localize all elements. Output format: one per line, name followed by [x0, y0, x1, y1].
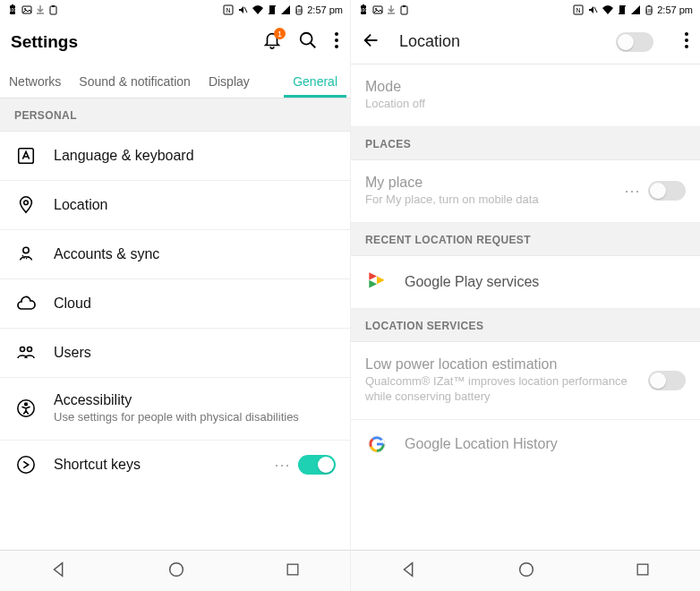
arrow-back-icon [362, 30, 381, 50]
image-icon [372, 4, 383, 15]
row-language[interactable]: Language & keyboard [0, 132, 350, 181]
navigation-bar [0, 550, 350, 591]
recents-button[interactable] [634, 561, 652, 582]
svg-point-22 [21, 347, 25, 352]
settings-list[interactable]: PERSONAL Language & keyboard Location Ac… [0, 98, 350, 550]
row-sub: Use settings for people with physical di… [54, 410, 336, 425]
status-right-icons: N 100 2:57 pm [223, 4, 343, 15]
my-place-toggle[interactable] [648, 181, 686, 201]
sim-icon [268, 4, 277, 15]
notifications-button[interactable]: 1 [262, 30, 282, 54]
svg-text:100: 100 [9, 7, 17, 13]
dots-icon [684, 30, 689, 50]
battery-icon: 100 [358, 4, 369, 15]
appbar: Settings 1 [0, 20, 350, 64]
svg-line-9 [244, 7, 247, 13]
home-button[interactable] [166, 560, 186, 583]
row-location-history[interactable]: Google Location History [351, 420, 700, 468]
svg-text:100: 100 [295, 9, 303, 13]
row-users[interactable]: Users [0, 329, 350, 378]
wifi-icon [252, 4, 264, 15]
back-icon [49, 560, 69, 579]
back-button[interactable] [399, 560, 419, 583]
svg-rect-6 [52, 5, 55, 7]
signal-icon [280, 4, 291, 15]
tab-general[interactable]: General [284, 64, 346, 98]
row-play-services[interactable]: Google Play services [351, 256, 700, 309]
location-list[interactable]: Mode Location off PLACES My place For My… [351, 64, 700, 550]
tab-display[interactable]: Display [200, 64, 259, 98]
mute-icon [237, 4, 248, 15]
more-icon[interactable]: ⋯ [624, 181, 641, 201]
section-services: LOCATION SERVICES [351, 309, 700, 342]
navigation-bar [351, 550, 700, 591]
svg-text:N: N [226, 7, 231, 13]
search-icon [298, 30, 318, 50]
tab-networks[interactable]: Networks [0, 64, 70, 98]
more-icon[interactable]: ⋯ [274, 455, 291, 475]
row-label: Google Play services [405, 274, 686, 290]
language-icon [16, 146, 36, 166]
back-button[interactable] [49, 560, 69, 583]
status-left-icons: 100 [358, 4, 409, 15]
row-label: My place [365, 175, 608, 191]
home-button[interactable] [516, 560, 536, 583]
recents-icon [634, 561, 652, 578]
tabs: Networks Sound & notification Display Ge… [0, 64, 350, 98]
overflow-button[interactable] [684, 30, 689, 54]
google-icon [367, 434, 387, 454]
svg-point-18 [335, 45, 338, 48]
status-bar: 100 N 100 2:57 pm [0, 0, 350, 20]
row-shortcut-keys[interactable]: Shortcut keys ⋯ [0, 441, 350, 489]
search-button[interactable] [298, 30, 318, 54]
google-play-icon [365, 270, 388, 294]
row-low-power[interactable]: Low power location estimation Qualcomm® … [351, 342, 700, 420]
clipboard-icon [399, 4, 409, 15]
phone-location: 100 N 100 2:57 pm Location Mode L [350, 0, 700, 591]
row-label: Accounts & sync [54, 246, 336, 262]
svg-rect-35 [403, 5, 405, 7]
svg-rect-28 [287, 564, 298, 575]
home-icon [166, 560, 186, 579]
recents-button[interactable] [284, 561, 302, 582]
download-icon [36, 4, 45, 15]
clipboard-icon [48, 4, 58, 15]
recents-icon [284, 561, 302, 578]
row-label: Cloud [54, 296, 336, 312]
page-title: Settings [11, 32, 262, 52]
location-master-toggle[interactable] [616, 32, 653, 52]
tab-sound[interactable]: Sound & notification [70, 64, 200, 98]
svg-rect-5 [50, 6, 56, 14]
cloud-icon [15, 294, 37, 313]
svg-point-25 [25, 403, 28, 406]
low-power-toggle[interactable] [648, 371, 686, 390]
svg-text:100: 100 [360, 7, 368, 13]
svg-rect-49 [637, 564, 648, 575]
svg-text:100: 100 [645, 9, 653, 13]
back-button[interactable] [362, 30, 381, 54]
overflow-button[interactable] [334, 30, 339, 54]
battery2-icon: 100 [295, 4, 303, 15]
row-accessibility[interactable]: Accessibility Use settings for people wi… [0, 378, 350, 441]
row-location[interactable]: Location [0, 181, 350, 230]
row-my-place[interactable]: My place For My place, turn on mobile da… [351, 160, 700, 223]
phone-settings: 100 N 100 2:57 pm Settings 1 [0, 0, 350, 591]
row-label: Location [54, 197, 336, 213]
row-sub: Qualcomm® IZat™ improves location perfor… [365, 374, 632, 405]
wifi-icon [602, 4, 614, 15]
svg-line-15 [311, 43, 316, 48]
status-bar: 100 N 100 2:57 pm [351, 0, 700, 20]
users-icon [15, 343, 37, 363]
row-accounts[interactable]: Accounts & sync [0, 230, 350, 279]
nfc-icon: N [223, 4, 234, 15]
status-left-icons: 100 [7, 4, 58, 15]
row-cloud[interactable]: Cloud [0, 279, 350, 329]
location-icon [16, 195, 36, 215]
shortcut-toggle[interactable] [298, 455, 336, 475]
row-mode[interactable]: Mode Location off [351, 64, 700, 127]
svg-point-16 [335, 32, 338, 36]
svg-line-38 [594, 7, 597, 13]
svg-rect-34 [401, 6, 407, 14]
svg-rect-30 [363, 4, 364, 5]
svg-point-27 [169, 562, 183, 576]
